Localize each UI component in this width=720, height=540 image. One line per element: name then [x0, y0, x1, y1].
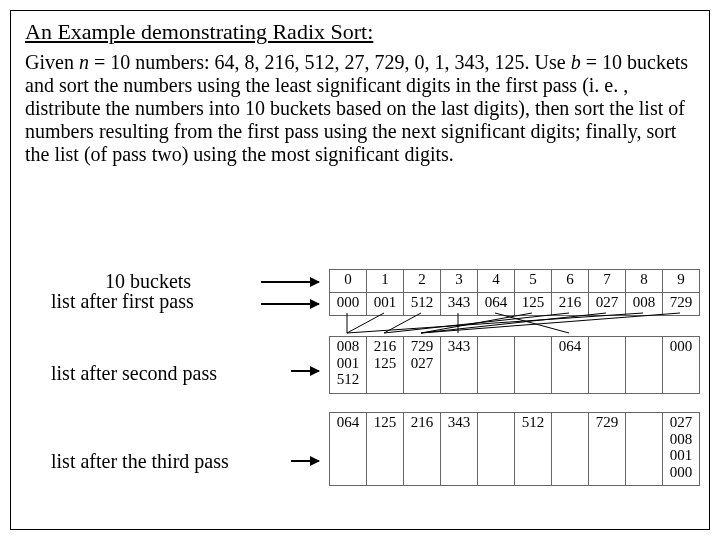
label-buckets: 10 buckets [105, 271, 229, 291]
bucket-cell: 512 [515, 413, 552, 486]
arrow-icon [291, 370, 319, 372]
bucket-cell [626, 413, 663, 486]
bucket-cell: 001 [367, 293, 404, 316]
bucket-cell: 343 [441, 413, 478, 486]
arrow-icon [291, 460, 319, 462]
bucket-cell: 1 [367, 270, 404, 293]
bucket-cell: 125 [515, 293, 552, 316]
bucket-cell: 008 [626, 293, 663, 316]
bucket-cell: 729 [663, 293, 700, 316]
bucket-cell: 9 [663, 270, 700, 293]
bucket-cell: 000 [663, 337, 700, 394]
bucket-cell: 6 [552, 270, 589, 293]
label-pass2: list after second pass [51, 363, 229, 383]
row-labels: 10 buckets list after first pass list af… [51, 271, 229, 471]
label-pass3: list after the third pass [51, 451, 229, 471]
bucket-cell: 027008001000 [663, 413, 700, 486]
arrow-icon [261, 303, 319, 305]
bucket-cell: 216125 [367, 337, 404, 394]
bucket-cell: 216 [404, 413, 441, 486]
bucket-cell: 216 [552, 293, 589, 316]
bucket-cell [626, 337, 663, 394]
bucket-cell: 064 [330, 413, 367, 486]
bucket-cell: 064 [478, 293, 515, 316]
slide-description: Given n = 10 numbers: 64, 8, 216, 512, 2… [25, 51, 695, 166]
table-pass2: 008001512216125729027343064000 [329, 336, 700, 394]
bucket-cell: 125 [367, 413, 404, 486]
bucket-cell: 343 [441, 337, 478, 394]
bucket-cell: 064 [552, 337, 589, 394]
arrow-icon [261, 281, 319, 283]
bucket-cell: 8 [626, 270, 663, 293]
table-pass3: 064125216343512729027008001000 [329, 412, 700, 486]
bucket-cell: 512 [404, 293, 441, 316]
bucket-cell: 5 [515, 270, 552, 293]
slide-title: An Example demonstrating Radix Sort: [25, 19, 695, 45]
bucket-cell: 729027 [404, 337, 441, 394]
bucket-cell: 008001512 [330, 337, 367, 394]
slide-frame: An Example demonstrating Radix Sort: Giv… [10, 10, 710, 530]
bucket-cell: 2 [404, 270, 441, 293]
bucket-cell [478, 337, 515, 394]
bucket-cell [478, 413, 515, 486]
bucket-tables: 0123456789 00000151234306412521602700872… [329, 269, 700, 486]
bucket-cell: 729 [589, 413, 626, 486]
bucket-cell: 0 [330, 270, 367, 293]
bucket-cell: 4 [478, 270, 515, 293]
bucket-cell: 343 [441, 293, 478, 316]
label-pass1: list after first pass [51, 291, 229, 311]
bucket-cell [589, 337, 626, 394]
bucket-cell [552, 413, 589, 486]
bucket-cell: 3 [441, 270, 478, 293]
bucket-cell [515, 337, 552, 394]
bucket-cell: 027 [589, 293, 626, 316]
table-header-pass1: 0123456789 00000151234306412521602700872… [329, 269, 700, 316]
bucket-cell: 000 [330, 293, 367, 316]
bucket-cell: 7 [589, 270, 626, 293]
